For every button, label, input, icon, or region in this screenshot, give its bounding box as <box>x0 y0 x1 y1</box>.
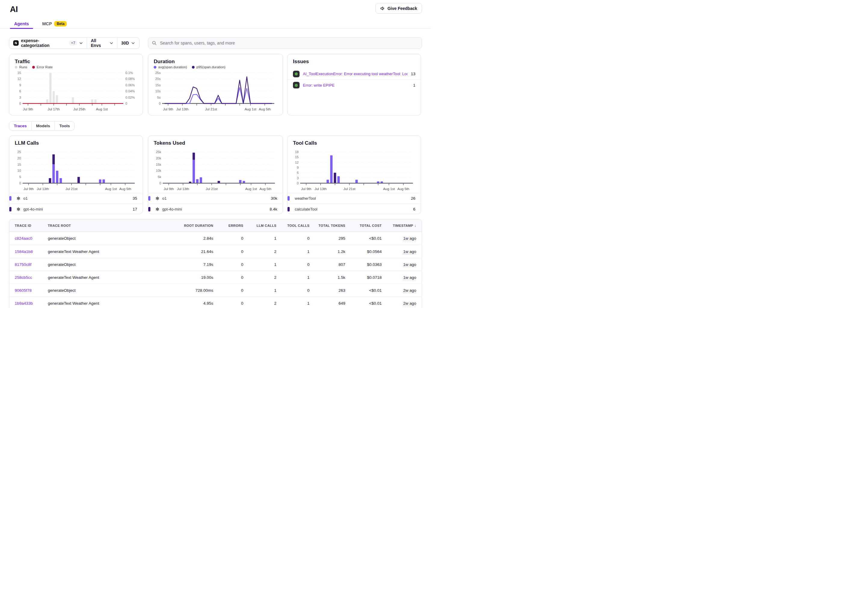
column-header-trace-root[interactable]: TRACE ROOT <box>48 224 147 227</box>
svg-text:15: 15 <box>17 71 21 75</box>
table-row[interactable]: 1b9a433bgenerateText Weather Agent4.95s0… <box>9 297 422 308</box>
svg-text:Jul 9th: Jul 9th <box>301 187 311 191</box>
time-range-dropdown[interactable]: 30D <box>117 38 139 49</box>
tab-tools[interactable]: Tools <box>55 121 74 130</box>
column-header-root-duration[interactable]: ROOT DURATION <box>147 224 213 227</box>
table-row[interactable]: 90605f78generateObject728.00ms010263<$0.… <box>9 284 422 297</box>
llm-calls-title: LLM Calls <box>15 140 143 146</box>
search-input[interactable] <box>148 37 422 49</box>
page-title: AI <box>10 5 18 14</box>
llm-calls: 1 <box>243 236 276 240</box>
svg-text:Aug 5th: Aug 5th <box>259 107 271 111</box>
series-value: 6 <box>413 207 415 211</box>
timestamp-link[interactable]: 1w ago <box>382 275 422 280</box>
svg-text:Jul 13th: Jul 13th <box>176 107 188 111</box>
series-label: o1 <box>24 196 28 201</box>
nodejs-icon: ⬢ <box>293 82 300 88</box>
column-header-trace-id[interactable]: TRACE ID <box>9 224 48 227</box>
timestamp-link[interactable]: 2w ago <box>382 288 422 293</box>
ai-dashboard: AI Give Feedback Agents MCP Beta N expen… <box>0 0 431 308</box>
project-filter-dropdown[interactable]: N expense-categorization +7 <box>9 38 86 49</box>
total-tokens: 649 <box>309 301 345 306</box>
series-label: o1 <box>162 196 166 201</box>
series-breakdown-row[interactable]: ✻o130k <box>148 193 283 204</box>
column-header-errors[interactable]: ERRORS <box>213 224 243 227</box>
series-label: weatherTool <box>295 196 316 201</box>
issue-count: 1 <box>413 83 415 88</box>
svg-text:0.04%: 0.04% <box>126 90 135 93</box>
tab-traces[interactable]: Traces <box>9 121 31 130</box>
trace-id-link[interactable]: 258cb5cc <box>9 275 48 280</box>
traffic-title: Traffic <box>15 59 143 64</box>
trace-root: generateText Weather Agent <box>48 275 147 280</box>
svg-text:18: 18 <box>295 150 299 154</box>
column-header-timestamp[interactable]: TIMESTAMP ↓ <box>382 223 422 228</box>
issue-row[interactable]: ⬢AI_ToolExecutionError: Error executing … <box>287 68 421 79</box>
svg-text:15s: 15s <box>155 83 161 87</box>
total-tokens: 1.2k <box>309 249 345 254</box>
megaphone-icon <box>380 6 385 11</box>
errors: 0 <box>213 236 243 240</box>
issues-card: Issues ⬢AI_ToolExecutionError: Error exe… <box>287 54 421 115</box>
column-header-total-tokens[interactable]: TOTAL TOKENS <box>309 224 345 227</box>
tab-mcp[interactable]: MCP Beta <box>38 19 71 28</box>
svg-text:6: 6 <box>297 171 299 174</box>
tab-agents[interactable]: Agents <box>10 19 33 28</box>
legend-label: avg(span.duration) <box>158 65 187 69</box>
search-container <box>148 37 422 49</box>
timestamp-link[interactable]: 1w ago <box>382 249 422 254</box>
series-value: 30k <box>271 196 277 201</box>
trace-id-link[interactable]: c824aac0 <box>9 236 48 240</box>
trace-id-link[interactable]: 1b9a433b <box>9 301 48 306</box>
trace-id-link[interactable]: 1584a1b8 <box>9 249 48 254</box>
issue-link[interactable]: AI_ToolExecutionError: Error executing t… <box>303 72 408 76</box>
timestamp-link[interactable]: 2w ago <box>382 301 422 306</box>
series-breakdown-row[interactable]: ✻gpt-4o-mini17 <box>9 204 143 214</box>
series-breakdown-row[interactable]: weatherTool26 <box>287 193 421 204</box>
table-row[interactable]: 258cb5ccgenerateText Weather Agent19.00s… <box>9 271 422 284</box>
trace-id-link[interactable]: 90605f78 <box>9 288 48 293</box>
llm-calls: 1 <box>243 288 276 293</box>
svg-text:Aug 1st: Aug 1st <box>245 107 257 111</box>
total-cost: $0.0564 <box>345 249 382 254</box>
llm-calls-chart: 0510152025Jul 9thJul 13thJul 21stAug 1st… <box>15 149 138 192</box>
duration-chart: 05s10s15s20s25sJul 9thJul 13thJul 21stAu… <box>154 71 278 113</box>
legend-item: p95(span.duration) <box>192 65 226 69</box>
svg-text:0: 0 <box>126 102 127 105</box>
svg-text:10k: 10k <box>156 169 161 172</box>
timestamp-link[interactable]: 1w ago <box>382 236 422 240</box>
svg-text:Jul 21st: Jul 21st <box>206 187 218 191</box>
trace-id-link[interactable]: 81750c8f <box>9 262 48 267</box>
issue-count: 13 <box>411 72 415 76</box>
column-header-total-cost[interactable]: TOTAL COST <box>345 224 382 227</box>
svg-text:Jul 13th: Jul 13th <box>37 187 49 191</box>
table-row[interactable]: c824aac0generateObject2.84s010295<$0.011… <box>9 232 422 245</box>
tool-calls: 0 <box>276 288 309 293</box>
legend-item: avg(span.duration) <box>154 65 187 69</box>
column-header-tool-calls[interactable]: TOOL CALLS <box>276 224 309 227</box>
series-label: gpt-4o-mini <box>162 207 182 211</box>
series-breakdown-row[interactable]: calculateTool6 <box>287 204 421 214</box>
series-breakdown-row[interactable]: ✻o135 <box>9 193 143 204</box>
svg-text:20k: 20k <box>156 156 161 160</box>
svg-text:Jul 9th: Jul 9th <box>163 187 174 191</box>
column-header-llm-calls[interactable]: LLM CALLS <box>243 224 276 227</box>
svg-text:Aug 1st: Aug 1st <box>105 187 117 191</box>
series-value: 35 <box>133 196 137 201</box>
chevron-down-icon <box>79 42 83 44</box>
series-breakdown-row[interactable]: ✻gpt-4o-mini8.4k <box>148 204 283 214</box>
series-color-chip <box>287 196 290 201</box>
table-row[interactable]: 81750c8fgenerateObject7.19s010807$0.0363… <box>9 258 422 271</box>
issue-link[interactable]: Error: write EPIPE <box>303 83 410 88</box>
filter-bar: N expense-categorization +7 All Envs 30D <box>9 37 140 49</box>
tool-calls: 0 <box>276 236 309 240</box>
issue-row[interactable]: ⬢Error: write EPIPE1 <box>287 79 421 91</box>
svg-text:15: 15 <box>17 163 21 167</box>
env-filter-dropdown[interactable]: All Envs <box>86 38 117 49</box>
nextjs-icon: N <box>13 40 19 46</box>
tab-models[interactable]: Models <box>31 121 55 130</box>
timestamp-link[interactable]: 1w ago <box>382 262 422 267</box>
search-icon <box>152 41 157 46</box>
table-row[interactable]: 1584a1b8generateText Weather Agent21.64s… <box>9 245 422 258</box>
give-feedback-button[interactable]: Give Feedback <box>375 3 422 14</box>
